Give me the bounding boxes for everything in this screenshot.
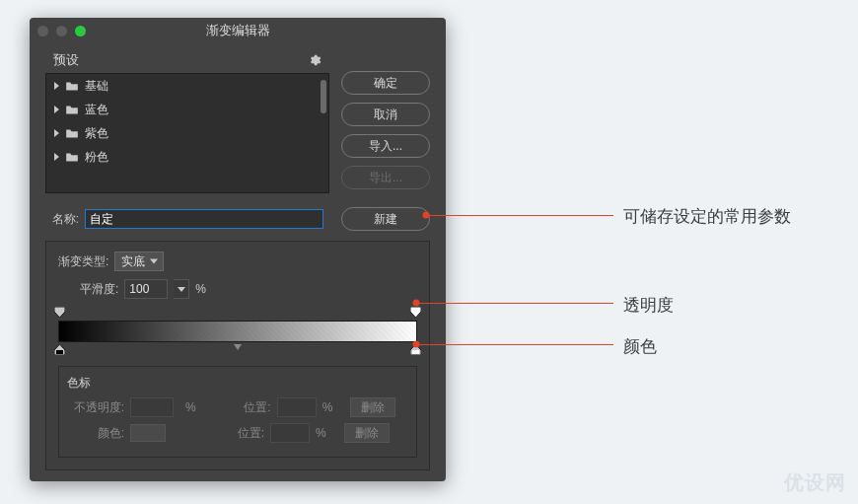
name-label: 名称:	[45, 211, 79, 228]
import-button[interactable]: 导入...	[341, 134, 430, 158]
preset-folder[interactable]: 蓝色	[46, 98, 328, 121]
gradient-settings-panel: 渐变类型: 实底 平滑度: %	[45, 241, 430, 470]
stops-panel: 色标 不透明度: % 位置: % 删除 颜色: 位置:	[58, 366, 417, 458]
annotation-opacity: 透明度	[623, 294, 674, 317]
chevron-down-icon	[178, 287, 185, 292]
preset-header-label: 预设	[53, 51, 79, 69]
gradient-bar[interactable]	[58, 321, 417, 342]
svg-rect-3	[56, 350, 63, 354]
svg-rect-5	[412, 350, 419, 354]
color-swatch	[130, 424, 166, 442]
smoothness-input[interactable]	[124, 279, 168, 299]
opacity-stop[interactable]	[410, 307, 421, 318]
dialog-buttons: 确定 取消 导入... 导出...	[341, 71, 430, 193]
color-stop-row	[58, 342, 417, 356]
annotation-color: 颜色	[623, 335, 657, 358]
chevron-right-icon	[54, 82, 59, 90]
position-label: 位置:	[226, 399, 271, 416]
preset-folder-label: 紫色	[85, 125, 108, 142]
preset-panel: 预设 基础 蓝色	[45, 51, 329, 193]
delete-color-stop-button: 删除	[344, 423, 390, 443]
new-button[interactable]: 新建	[341, 207, 430, 231]
gradient-type-select[interactable]: 实底	[114, 252, 164, 271]
percent-label: %	[185, 400, 196, 414]
gear-icon[interactable]	[308, 53, 322, 67]
preset-list[interactable]: 基础 蓝色 紫色 粉色	[45, 73, 329, 193]
gradient-editor-window: 渐变编辑器 预设 基础	[30, 18, 446, 481]
folder-icon	[65, 105, 79, 115]
svg-marker-1	[410, 307, 421, 318]
export-button: 导出...	[341, 166, 430, 189]
percent-label: %	[195, 282, 206, 296]
preset-folder[interactable]: 基础	[46, 74, 328, 98]
percent-label: %	[316, 426, 326, 440]
annotation-line	[416, 303, 613, 304]
annotation-new: 可储存设定的常用参数	[623, 205, 791, 228]
preset-folder[interactable]: 粉色	[46, 145, 328, 169]
percent-label: %	[322, 400, 333, 414]
chevron-right-icon	[54, 153, 59, 161]
window-title: 渐变编辑器	[30, 22, 446, 39]
color-label: 颜色:	[67, 425, 124, 442]
preset-folder-label: 基础	[85, 78, 108, 95]
scrollbar-thumb[interactable]	[321, 80, 326, 113]
chevron-right-icon	[54, 106, 59, 113]
position-label: 位置:	[219, 425, 264, 442]
color-position-input	[270, 423, 310, 443]
preset-folder-label: 蓝色	[85, 102, 108, 118]
stops-title: 色标	[67, 375, 408, 392]
chevron-down-icon	[150, 259, 158, 264]
folder-icon	[65, 152, 79, 163]
opacity-label: 不透明度:	[67, 399, 124, 416]
svg-marker-0	[54, 307, 65, 318]
preset-folder-label: 粉色	[85, 149, 108, 166]
position-input	[277, 397, 317, 417]
gradient-type-value: 实底	[121, 253, 145, 270]
watermark: 优设网	[784, 469, 846, 496]
color-stop[interactable]	[54, 344, 65, 355]
folder-icon	[65, 128, 79, 139]
gradient-type-label: 渐变类型:	[58, 253, 108, 270]
preset-folder[interactable]: 紫色	[46, 121, 328, 145]
annotation-line	[426, 215, 613, 216]
opacity-stop-row	[58, 307, 417, 321]
folder-icon	[65, 81, 79, 92]
ok-button[interactable]: 确定	[341, 71, 430, 95]
smoothness-label: 平滑度:	[80, 281, 118, 298]
titlebar: 渐变编辑器	[30, 18, 446, 43]
chevron-right-icon	[54, 129, 59, 137]
cancel-button[interactable]: 取消	[341, 103, 430, 126]
delete-opacity-stop-button: 删除	[350, 397, 395, 417]
opacity-input	[130, 397, 174, 417]
opacity-stop[interactable]	[54, 307, 65, 318]
midpoint-marker[interactable]	[234, 344, 242, 350]
annotation-line	[416, 344, 613, 345]
name-input[interactable]	[85, 209, 323, 229]
smoothness-stepper[interactable]	[174, 279, 189, 299]
